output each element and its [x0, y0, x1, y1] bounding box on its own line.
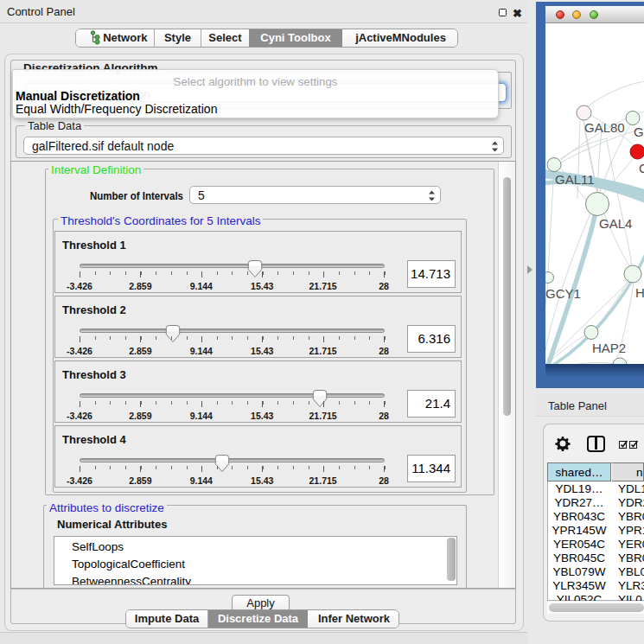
- svg-text:GAL11: GAL11: [555, 172, 595, 187]
- svg-text:GAL…: GAL…: [634, 124, 644, 139]
- svg-text:HAP2: HAP2: [592, 341, 626, 355]
- svg-text:GAL4: GAL4: [599, 216, 632, 231]
- svg-text:C: C: [639, 161, 644, 175]
- svg-text:HIS: HIS: [635, 285, 644, 300]
- svg-text:GCY1: GCY1: [545, 286, 581, 301]
- svg-text:GAL80: GAL80: [584, 120, 625, 135]
